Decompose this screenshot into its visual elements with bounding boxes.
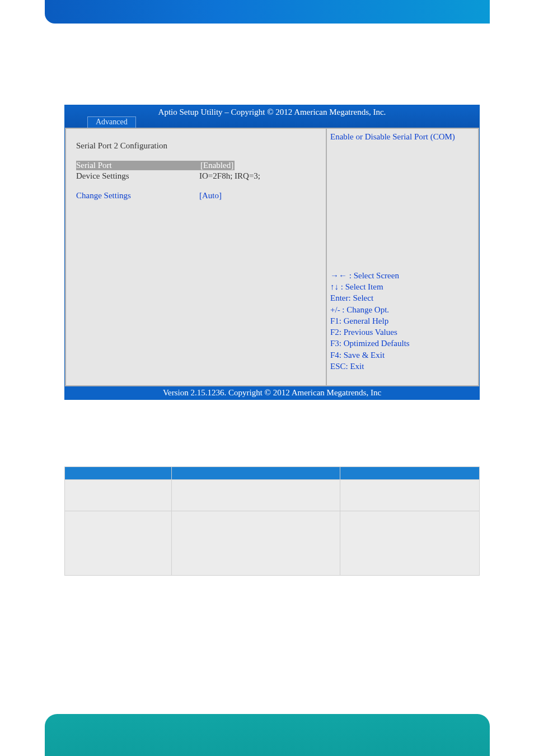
- device-settings-label: Device Settings: [76, 171, 199, 181]
- bios-version-footer: Version 2.15.1236. Copyright © 2012 Amer…: [65, 386, 479, 399]
- hotkey-f4: F4: Save & Exit: [330, 349, 475, 361]
- row-serial-port[interactable]: Serial Port [Enabled]: [76, 161, 318, 170]
- tab-advanced[interactable]: Advanced: [87, 116, 136, 128]
- help-description: Enable or Disable Serial Port (COM): [327, 129, 478, 268]
- options-table-row-2: [65, 511, 480, 576]
- hotkey-enter: Enter: Select: [330, 292, 475, 304]
- serial-port-label: Serial Port: [76, 161, 199, 170]
- hotkey-legend: →← : Select Screen ↑↓ : Select Item Ente…: [327, 268, 478, 385]
- bios-titlebar: Aptio Setup Utility – Copyright © 2012 A…: [65, 105, 479, 128]
- hotkey-select-item: ↑↓ : Select Item: [330, 281, 475, 292]
- options-table-row-1: [65, 480, 480, 511]
- bios-window: Aptio Setup Utility – Copyright © 2012 A…: [64, 105, 480, 400]
- bios-main-panel: Serial Port 2 Configuration Serial Port …: [65, 128, 326, 386]
- hotkey-select-screen: →← : Select Screen: [330, 270, 475, 281]
- hotkey-f3: F3: Optimized Defaults: [330, 338, 475, 349]
- row-device-settings: Device Settings IO=2F8h; IRQ=3;: [76, 171, 318, 181]
- hotkey-esc: ESC: Exit: [330, 361, 475, 372]
- page-top-banner: [45, 0, 490, 24]
- bios-body: Serial Port 2 Configuration Serial Port …: [65, 128, 479, 386]
- serial-port-value[interactable]: [Enabled]: [199, 161, 235, 170]
- options-table-header: [65, 467, 480, 480]
- hotkey-change-opt: +/- : Change Opt.: [330, 304, 475, 315]
- device-settings-value: IO=2F8h; IRQ=3;: [199, 171, 260, 181]
- hotkey-f1: F1: General Help: [330, 315, 475, 326]
- change-settings-value[interactable]: [Auto]: [199, 191, 222, 200]
- options-table: [64, 466, 480, 576]
- bios-title-text: Aptio Setup Utility – Copyright © 2012 A…: [65, 108, 479, 117]
- bios-help-panel: Enable or Disable Serial Port (COM) →← :…: [326, 128, 479, 386]
- hotkey-f2: F2: Previous Values: [330, 326, 475, 338]
- section-heading: Serial Port 2 Configuration: [76, 141, 318, 151]
- change-settings-label: Change Settings: [76, 191, 199, 200]
- row-change-settings[interactable]: Change Settings [Auto]: [76, 191, 318, 200]
- page-bottom-banner: [45, 714, 490, 756]
